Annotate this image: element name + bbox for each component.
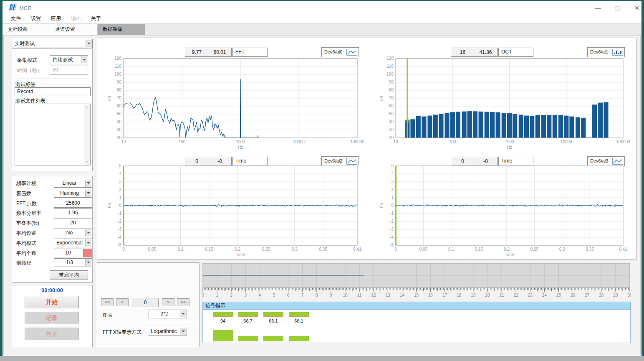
menu-item-1[interactable]: 文件 — [6, 13, 26, 24]
svg-text:22: 22 — [514, 293, 519, 297]
param-select[interactable]: No — [54, 229, 92, 237]
svg-text:Pa: Pa — [107, 203, 112, 208]
svg-text:0.1: 0.1 — [178, 247, 184, 252]
svg-text:0: 0 — [391, 203, 394, 208]
test-file-list[interactable]: ▲ ▼ — [15, 104, 91, 165]
maximize-button[interactable]: ▢ — [611, 4, 624, 12]
average-count-flag — [83, 249, 92, 257]
signal-meter-bottom — [289, 336, 309, 341]
chart-plot-fft[interactable]: 2030405060708090100110120101001000100001… — [104, 55, 364, 152]
svg-text:24: 24 — [542, 293, 547, 297]
analysis-params-group: 频率计权Linear窗函数HanningFFT 点数25600频率分辨率1.95… — [12, 176, 93, 283]
menu-item-4: 输出 — [66, 13, 86, 24]
svg-text:0: 0 — [394, 247, 397, 252]
param-select[interactable]: Hanning — [54, 189, 92, 198]
tab-1[interactable]: 文档设置 — [3, 24, 50, 35]
chart-plot-oct[interactable]: 2030405060708090100110120101001000100001… — [371, 55, 639, 152]
svg-text:0.35: 0.35 — [319, 247, 327, 252]
chevron-down-icon[interactable] — [85, 259, 91, 266]
svg-text:3: 3 — [245, 293, 247, 297]
svg-text:21: 21 — [500, 293, 505, 297]
signal-meter-top — [238, 312, 258, 317]
param-input[interactable]: 25600 — [54, 199, 92, 208]
svg-text:0.25: 0.25 — [262, 247, 270, 252]
acquisition-group: 采集模式 持续测试 时间（秒） 30 测试标签 Record 测试文件列表 ▲ … — [12, 48, 93, 171]
svg-text:1: 1 — [216, 293, 218, 297]
svg-text:-5: -5 — [118, 243, 121, 247]
nav-next-button[interactable]: > — [162, 298, 174, 306]
chevron-down-icon[interactable] — [180, 328, 186, 335]
list-scrollbar[interactable]: ▲ ▼ — [84, 104, 90, 165]
svg-text:-1: -1 — [118, 211, 121, 216]
param-select[interactable]: Linear — [54, 179, 92, 188]
svg-text:-2: -2 — [118, 219, 121, 224]
scroll-up-icon[interactable]: ▲ — [85, 105, 88, 109]
param-row: 重叠率(%)20 — [16, 219, 92, 227]
signal-meter-top — [263, 312, 283, 317]
svg-text:0.35: 0.35 — [586, 247, 594, 252]
bar-chart-icon — [612, 49, 623, 56]
menu-bar: 文件设置应用输出关于 — [3, 13, 641, 24]
svg-text:90: 90 — [117, 80, 122, 84]
chart-plot-time_ai3[interactable]: -5-4-3-2-101234500.050.10.150.20.250.30.… — [371, 163, 639, 259]
tab-3[interactable]: 数据采集 — [98, 24, 145, 35]
chevron-down-icon[interactable] — [81, 56, 87, 64]
param-input[interactable]: 10 — [54, 249, 82, 257]
nav-position-value[interactable]: 0 — [132, 298, 159, 307]
chevron-down-icon[interactable] — [85, 180, 91, 187]
menu-item-2[interactable]: 设置 — [26, 13, 46, 24]
signal-value: 66.7 — [235, 318, 261, 323]
svg-text:10000: 10000 — [293, 140, 305, 144]
svg-text:0: 0 — [119, 203, 121, 208]
param-select[interactable]: Exponential — [54, 239, 92, 247]
record-timeline[interactable]: 0123456789101112131415161718192021222324… — [202, 263, 631, 298]
param-row: 平均设置No — [16, 229, 92, 237]
minimize-button[interactable]: — — [592, 4, 604, 12]
acq-mode-select[interactable]: 持续测试 — [50, 55, 88, 64]
nav-prev-button[interactable]: < — [116, 298, 129, 306]
window-title: MCR — [19, 5, 32, 11]
fft-axis-select[interactable]: Logarithmic — [148, 327, 187, 336]
menu-item-5[interactable]: 关于 — [86, 13, 106, 24]
scroll-down-icon[interactable]: ▼ — [85, 160, 88, 164]
nav-last-button[interactable]: >> — [177, 298, 189, 306]
signal-meter-top — [213, 312, 233, 317]
nav-first-button[interactable]: << — [101, 298, 114, 306]
chevron-down-icon[interactable] — [86, 40, 92, 47]
param-label: FFT 点数 — [16, 200, 37, 207]
signal-meter-top — [289, 312, 309, 317]
run-control-group: 00:00:00 开始记录停止 — [12, 285, 93, 347]
svg-text:Time: Time — [236, 252, 245, 257]
chart-plot-time_ai2[interactable]: -5-4-3-2-101234500.050.10.150.20.250.30.… — [104, 163, 364, 259]
svg-text:8: 8 — [316, 293, 318, 297]
param-input[interactable]: 20 — [54, 219, 92, 227]
param-input[interactable]: 1.95 — [54, 208, 92, 217]
channel-label: Dev6/ai0 — [324, 49, 342, 54]
svg-text:1000: 1000 — [236, 140, 245, 144]
signal-value: 66.1 — [260, 318, 287, 323]
svg-text:17: 17 — [442, 293, 447, 297]
signal-value: 66.1 — [285, 318, 312, 323]
test-label-input[interactable]: Record — [15, 87, 91, 96]
param-select[interactable]: 1/3 — [54, 258, 92, 267]
param-row: 窗函数Hanning — [16, 189, 92, 198]
svg-text:7: 7 — [301, 293, 304, 297]
tab-2[interactable]: 通道设置 — [50, 24, 98, 35]
restart-average-button[interactable]: 重启平均 — [50, 270, 88, 280]
svg-text:60: 60 — [117, 104, 122, 108]
menu-item-3[interactable]: 应用 — [46, 13, 66, 24]
chart-layout-select[interactable]: 2*2 — [149, 310, 187, 318]
close-button[interactable]: ✕ — [631, 4, 643, 12]
action-button-1[interactable]: 开始 — [25, 296, 79, 308]
mode-select[interactable]: 实时测试 — [12, 39, 93, 48]
chevron-down-icon[interactable] — [85, 229, 91, 236]
svg-text:-5: -5 — [390, 243, 394, 247]
chevron-down-icon[interactable] — [85, 190, 91, 197]
svg-text:80: 80 — [389, 88, 394, 92]
svg-text:28: 28 — [599, 293, 604, 297]
chevron-down-icon[interactable] — [180, 310, 186, 318]
svg-text:2: 2 — [119, 187, 121, 192]
svg-text:10: 10 — [343, 293, 348, 297]
chevron-down-icon[interactable] — [85, 239, 91, 247]
duration-input[interactable]: 30 — [50, 66, 88, 75]
